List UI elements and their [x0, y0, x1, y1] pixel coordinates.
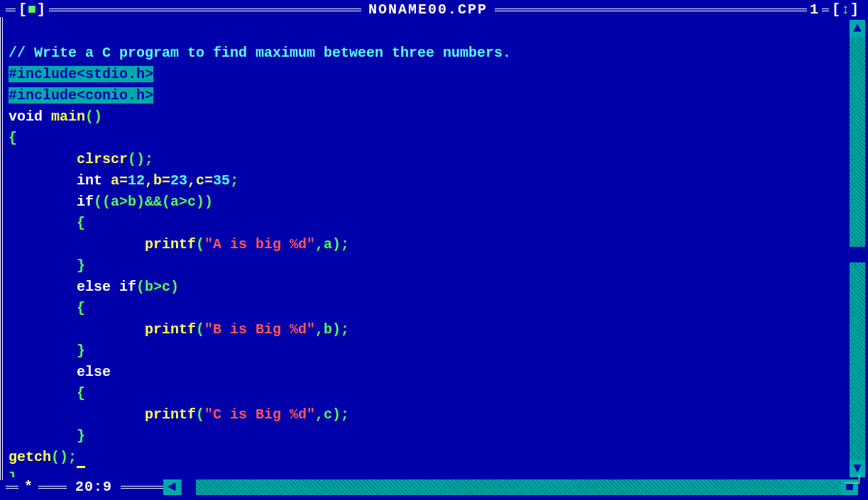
close-icon: ■: [28, 1, 37, 18]
brace: }: [77, 428, 85, 444]
window-title: NONAME00.CPP: [361, 0, 495, 21]
code-comment: // Write a C program to find maximum bet…: [9, 45, 511, 61]
string: "B is Big %d": [204, 321, 315, 338]
number: 12: [128, 172, 145, 189]
paren: (: [196, 406, 204, 423]
selected-line: #include<stdio.h>: [9, 66, 153, 82]
string: "A is big %d": [204, 236, 315, 252]
vertical-scrollbar[interactable]: ▲ ▼: [850, 20, 865, 477]
punct: ,c);: [315, 406, 349, 423]
updown-icon: ↕: [841, 1, 850, 18]
window-number-box: 1: [807, 0, 822, 21]
paren: (): [85, 109, 102, 125]
scroll-up-icon[interactable]: ▲: [850, 20, 865, 37]
left-frame-border: [0, 17, 7, 480]
identifier: getch: [9, 449, 51, 465]
title-bar: [■] NONAME00.CPP 1 [↕]: [0, 1, 868, 18]
identifier: clrscr: [77, 151, 128, 167]
identifier: ,c=: [187, 172, 213, 189]
keyword: void: [9, 109, 43, 125]
identifier: printf: [145, 321, 196, 338]
scroll-thumb[interactable]: [850, 247, 865, 262]
expr: ((a>b)&&(a>c)): [94, 194, 213, 210]
brace: {: [77, 300, 85, 316]
string: "C is Big %d": [204, 406, 315, 423]
scroll-track[interactable]: [180, 479, 841, 495]
status-bar: * 20:9 ◄ ■: [0, 479, 868, 496]
brace: }: [9, 470, 17, 477]
expr: (b>c): [136, 279, 179, 295]
punct: ();: [128, 151, 153, 167]
keyword: else if: [77, 279, 136, 295]
punct: ;: [230, 172, 238, 189]
brace: {: [77, 385, 85, 401]
paren: (: [196, 236, 204, 252]
bracket-close: ]: [37, 1, 46, 18]
paren: (: [196, 321, 204, 338]
horizontal-scrollbar[interactable]: ◄ ■: [163, 479, 858, 495]
identifier: ,b=: [145, 172, 170, 189]
bracket-open: [: [18, 1, 28, 18]
code-editor[interactable]: // Write a C program to find maximum bet…: [9, 21, 848, 477]
modified-indicator: *: [18, 477, 38, 498]
scroll-thumb[interactable]: [182, 479, 196, 495]
bracket-close: ]: [850, 1, 859, 18]
brace: }: [77, 257, 85, 274]
number: 23: [170, 172, 187, 189]
editor-window: [■] NONAME00.CPP 1 [↕] // Write a C prog…: [0, 0, 868, 500]
window-number: 1: [810, 1, 819, 18]
cursor-position: 20:9: [67, 477, 121, 498]
scroll-left-icon[interactable]: ◄: [163, 479, 180, 495]
brace: {: [9, 130, 17, 146]
identifier: a=: [102, 172, 128, 189]
identifier: main: [43, 109, 85, 125]
keyword: else: [77, 364, 111, 380]
number: 35: [213, 172, 230, 189]
brace: {: [77, 215, 85, 231]
keyword: if: [77, 194, 94, 210]
bracket-open: [: [832, 1, 841, 18]
brace: }: [77, 343, 85, 359]
resize-handle-icon[interactable]: ─┘: [845, 472, 864, 496]
text-cursor: [77, 455, 85, 468]
identifier: printf: [145, 406, 196, 423]
keyword: int: [77, 172, 102, 189]
identifier: printf: [145, 236, 196, 252]
close-box[interactable]: [■]: [16, 0, 49, 21]
punct: ,b);: [315, 321, 349, 338]
selected-line: #include<conio.h>: [9, 87, 153, 104]
punct: ,a);: [315, 236, 349, 252]
punct: ();: [51, 449, 77, 465]
